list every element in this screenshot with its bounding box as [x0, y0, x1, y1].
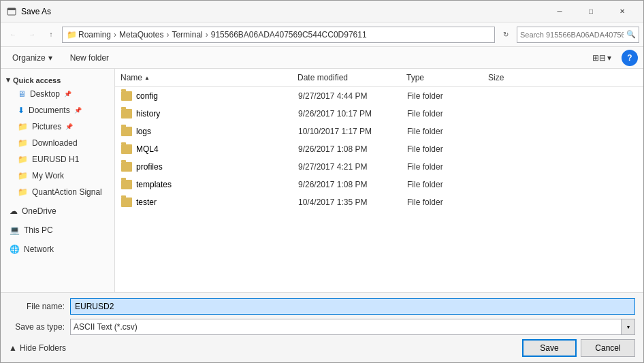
- address-path[interactable]: 📁 Roaming › MetaQuotes › Terminal › 9155…: [62, 27, 495, 43]
- sidebar-item-quantaction[interactable]: 📁 QuantAction Signal: [1, 184, 114, 200]
- sidebar-item-label: QuantAction Signal: [32, 187, 102, 197]
- file-name: tester: [136, 198, 157, 207]
- file-type-cell: File folder: [402, 107, 483, 121]
- main-area: ▾ Quick access 🖥 Desktop 📌 ⬇ Documents 📌…: [1, 69, 643, 292]
- file-date-cell: 10/10/2017 1:17 PM: [293, 125, 402, 138]
- refresh-button[interactable]: ↻: [498, 27, 514, 43]
- sidebar-item-mywork[interactable]: 📁 My Work: [1, 168, 114, 184]
- saveastype-label: Save as type:: [9, 322, 70, 332]
- dialog-icon: [6, 6, 17, 17]
- maximize-button[interactable]: □: [575, 1, 607, 22]
- sidebar-item-label: Desktop: [30, 89, 60, 99]
- help-button[interactable]: ?: [622, 50, 638, 66]
- quick-access-header: ▾ Quick access: [1, 72, 114, 86]
- terminal-segment: Terminal: [172, 30, 202, 40]
- file-name: history: [136, 109, 160, 119]
- sidebar-item-onedrive[interactable]: ☁ OneDrive: [1, 203, 114, 219]
- file-size-cell: [483, 147, 538, 151]
- sidebar-item-downloaded[interactable]: 📁 Downloaded: [1, 135, 114, 151]
- cancel-label: Cancel: [595, 343, 620, 353]
- view-chevron-icon: ▾: [607, 53, 611, 63]
- hide-folders-button[interactable]: ▲ Hide Folders: [9, 343, 66, 353]
- sidebar-item-label: Documents: [29, 106, 70, 115]
- new-folder-button[interactable]: New folder: [64, 50, 115, 66]
- saveastype-dropdown-icon[interactable]: ▾: [621, 319, 634, 334]
- col-header-type[interactable]: Type: [401, 70, 483, 85]
- sidebar-item-network[interactable]: 🌐 Network: [1, 241, 114, 257]
- file-date-cell: 9/27/2017 4:21 PM: [293, 160, 402, 174]
- chevron-up-icon: ▲: [9, 343, 17, 353]
- file-size-cell: [483, 112, 538, 116]
- file-name: config: [136, 91, 158, 101]
- col-date-label: Date modified: [297, 73, 348, 82]
- table-row[interactable]: templates 9/26/2017 1:08 PM File folder: [115, 176, 643, 193]
- col-header-name[interactable]: Name ▲: [115, 70, 292, 85]
- file-name: logs: [136, 127, 151, 136]
- sidebar-item-desktop[interactable]: 🖥 Desktop 📌: [1, 86, 114, 102]
- documents-folder-icon: ⬇: [18, 106, 25, 115]
- pictures-folder-icon: 📁: [18, 122, 28, 131]
- saveastype-select[interactable]: ASCII Text (*.csv) ▾: [70, 319, 635, 335]
- hide-folders-label: Hide Folders: [20, 343, 66, 353]
- back-button[interactable]: ←: [5, 27, 21, 43]
- search-input[interactable]: [520, 31, 624, 39]
- file-type-cell: File folder: [402, 125, 483, 138]
- close-button[interactable]: ✕: [607, 1, 638, 22]
- file-type-cell: File folder: [402, 89, 483, 103]
- file-type-cell: File folder: [402, 160, 483, 174]
- col-header-size[interactable]: Size: [483, 70, 537, 85]
- sidebar-item-label: EURUSD H1: [32, 155, 79, 164]
- mywork-folder-icon: 📁: [18, 171, 28, 180]
- new-folder-label: New folder: [70, 53, 109, 63]
- filename-row: File name:: [9, 298, 635, 315]
- file-name: MQL4: [136, 144, 159, 154]
- save-button[interactable]: Save: [522, 339, 577, 357]
- sidebar-item-label: This PC: [24, 225, 53, 235]
- cancel-button[interactable]: Cancel: [581, 339, 635, 357]
- file-date-cell: 10/4/2017 1:35 PM: [293, 195, 402, 209]
- roaming-segment: Roaming: [78, 30, 111, 40]
- sidebar-item-eurusd[interactable]: 📁 EURUSD H1: [1, 151, 114, 168]
- sidebar-item-label: Downloaded: [32, 138, 78, 148]
- network-icon: 🌐: [10, 244, 20, 254]
- file-type-cell: File folder: [402, 178, 483, 191]
- sidebar: ▾ Quick access 🖥 Desktop 📌 ⬇ Documents 📌…: [1, 69, 115, 292]
- quantaction-folder-icon: 📁: [18, 187, 28, 197]
- forward-button[interactable]: →: [24, 27, 40, 43]
- file-size-cell: [483, 165, 538, 169]
- pin-icon: 📌: [65, 123, 73, 130]
- table-row[interactable]: profiles 9/27/2017 4:21 PM File folder: [115, 158, 643, 176]
- table-row[interactable]: logs 10/10/2017 1:17 PM File folder: [115, 123, 643, 140]
- filename-input[interactable]: [70, 298, 635, 315]
- sidebar-item-pictures[interactable]: 📁 Pictures 📌: [1, 119, 114, 135]
- table-row[interactable]: tester 10/4/2017 1:35 PM File folder: [115, 193, 643, 211]
- col-header-date[interactable]: Date modified: [292, 70, 401, 85]
- file-name: templates: [136, 180, 172, 189]
- table-row[interactable]: history 9/26/2017 10:17 PM File folder: [115, 105, 643, 123]
- table-row[interactable]: MQL4 9/26/2017 1:08 PM File folder: [115, 140, 643, 158]
- organize-chevron-icon: ▾: [48, 53, 52, 63]
- up-button[interactable]: ↑: [43, 27, 59, 43]
- save-as-dialog: Save As ─ □ ✕ ← → ↑ 📁 Roaming › MetaQuot…: [0, 0, 644, 363]
- search-box[interactable]: 🔍: [517, 27, 639, 43]
- thispc-icon: 💻: [10, 225, 20, 235]
- onedrive-icon: ☁: [10, 206, 18, 216]
- organize-button[interactable]: Organize ▾: [6, 50, 59, 66]
- view-button[interactable]: ⊞⊟ ▾: [587, 50, 616, 66]
- file-name-cell: history: [116, 107, 293, 121]
- path-segment: 📁 Roaming › MetaQuotes › Terminal › 9155…: [67, 30, 367, 40]
- svg-rect-1: [7, 8, 16, 10]
- hash-segment: 915566BA06ADA407569C544CC0D97611: [211, 30, 367, 40]
- col-size-label: Size: [488, 73, 504, 82]
- table-row[interactable]: config 9/27/2017 4:44 PM File folder: [115, 87, 643, 105]
- file-list: Name ▲ Date modified Type Size config: [115, 69, 643, 292]
- path-icon: 📁: [67, 30, 77, 40]
- sidebar-item-documents[interactable]: ⬇ Documents 📌: [1, 102, 114, 119]
- minimize-button[interactable]: ─: [544, 1, 575, 22]
- desktop-folder-icon: 🖥: [18, 89, 26, 99]
- folder-icon: [121, 109, 132, 119]
- sidebar-item-thispc[interactable]: 💻 This PC: [1, 222, 114, 238]
- organize-label: Organize: [12, 53, 46, 63]
- file-date-cell: 9/27/2017 4:44 PM: [293, 89, 402, 103]
- pin-icon: 📌: [64, 91, 71, 97]
